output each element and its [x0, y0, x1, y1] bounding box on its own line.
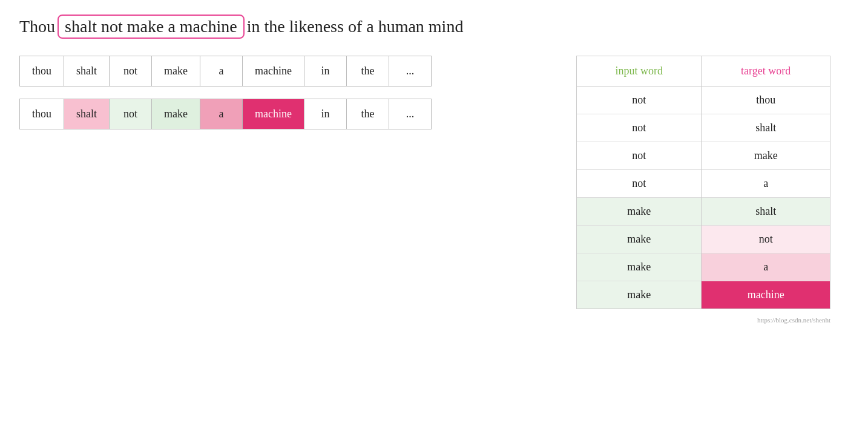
lookup-target-2: make	[702, 142, 830, 170]
seq1-word-3: make	[152, 56, 200, 87]
lookup-row-0: notthou	[577, 87, 830, 114]
seq2-word-0: thou	[20, 99, 64, 129]
right-panel: input word target word notthounotshaltno…	[576, 56, 830, 324]
seq1-word-6: in	[304, 56, 346, 87]
lookup-input-0: not	[577, 87, 702, 114]
lookup-row-3: nota	[577, 170, 830, 198]
lookup-row-6: makea	[577, 253, 830, 281]
title-after: in the likeness of a human mind	[247, 17, 464, 36]
lookup-row-4: makeshalt	[577, 198, 830, 226]
title-highlighted: shalt not make a machine	[58, 15, 245, 39]
sequence2-container: thoushaltnotmakeamachineinthe...	[19, 99, 540, 129]
lookup-table: input word target word notthounotshaltno…	[577, 56, 830, 309]
lookup-row-5: makenot	[577, 226, 830, 253]
lookup-input-2: not	[577, 142, 702, 170]
page-title: Thou shalt not make a machine in the lik…	[19, 15, 849, 39]
seq2-word-8: ...	[389, 99, 431, 129]
seq1-word-7: the	[346, 56, 389, 87]
lookup-target-5: not	[702, 226, 830, 253]
seq2-word-3: make	[152, 99, 200, 129]
seq1-word-4: a	[200, 56, 243, 87]
seq2-word-4: a	[200, 99, 243, 129]
sequence1-table: thoushaltnotmakeamachineinthe...	[19, 56, 432, 87]
seq1-word-1: shalt	[64, 56, 110, 87]
sequence2-table: thoushaltnotmakeamachineinthe...	[19, 99, 432, 129]
seq1-word-5: machine	[243, 56, 304, 87]
title-before: Thou	[19, 17, 55, 36]
col-header-target: target word	[702, 56, 830, 87]
lookup-header-row: input word target word	[577, 56, 830, 87]
left-panel: thoushaltnotmakeamachineinthe... thousha…	[19, 56, 540, 142]
lookup-row-1: notshalt	[577, 114, 830, 142]
credit-text: https://blog.csdn.net/shenht	[576, 316, 830, 324]
lookup-row-2: notmake	[577, 142, 830, 170]
lookup-input-4: make	[577, 198, 702, 226]
lookup-target-4: shalt	[702, 198, 830, 226]
seq2-word-6: in	[304, 99, 346, 129]
lookup-target-7: machine	[702, 281, 830, 309]
seq2-word-7: the	[346, 99, 389, 129]
lookup-target-0: thou	[702, 87, 830, 114]
lookup-input-6: make	[577, 253, 702, 281]
lookup-target-6: a	[702, 253, 830, 281]
seq1-word-2: not	[110, 56, 152, 87]
col-header-input: input word	[577, 56, 702, 87]
lookup-input-3: not	[577, 170, 702, 198]
seq1-word-0: thou	[20, 56, 64, 87]
lookup-table-wrapper: input word target word notthounotshaltno…	[576, 56, 830, 309]
lookup-target-3: a	[702, 170, 830, 198]
lookup-row-7: makemachine	[577, 281, 830, 309]
lookup-input-1: not	[577, 114, 702, 142]
seq2-word-2: not	[110, 99, 152, 129]
seq2-word-1: shalt	[64, 99, 110, 129]
seq1-word-8: ...	[389, 56, 431, 87]
lookup-input-5: make	[577, 226, 702, 253]
lookup-input-7: make	[577, 281, 702, 309]
seq2-word-5: machine	[243, 99, 304, 129]
lookup-target-1: shalt	[702, 114, 830, 142]
sequence1-container: thoushaltnotmakeamachineinthe...	[19, 56, 540, 87]
